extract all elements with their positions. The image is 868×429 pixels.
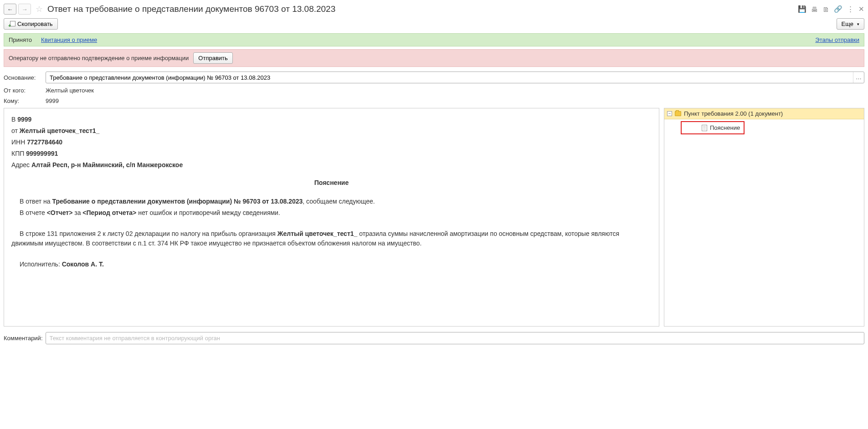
- document-title: Пояснение: [11, 178, 652, 188]
- basis-input[interactable]: [46, 74, 853, 81]
- basis-select-button[interactable]: …: [853, 72, 864, 83]
- send-button[interactable]: Отправить: [193, 52, 232, 64]
- receipt-link[interactable]: Квитанция о приеме: [41, 36, 97, 43]
- stages-link[interactable]: Этапы отправки: [815, 36, 859, 43]
- tree-item-explanation[interactable]: Пояснение: [681, 121, 745, 134]
- copy-button-label: Скопировать: [17, 20, 53, 27]
- comment-label: Комментарий:: [4, 335, 43, 342]
- comment-input[interactable]: [46, 332, 865, 344]
- title-actions: 💾 🖶 🗎 🔗 ⋮ ✕: [798, 5, 864, 13]
- more-vertical-icon[interactable]: ⋮: [847, 5, 854, 13]
- forward-button[interactable]: →: [18, 4, 31, 15]
- header-toolbar: ← → ☆ Ответ на требование о представлени…: [4, 4, 864, 15]
- from-value: Желтый цветочек: [46, 87, 94, 94]
- chevron-down-icon: ▾: [857, 22, 859, 26]
- document-icon: [702, 125, 707, 131]
- warning-text: Оператору не отправлено подтверждение о …: [9, 55, 189, 61]
- tree-folder[interactable]: − Пункт требования 2.00 (1 документ): [664, 108, 864, 119]
- copy-button[interactable]: Скопировать: [4, 18, 58, 30]
- arrow-right-icon: →: [22, 6, 28, 13]
- status-text: Принято: [9, 36, 32, 43]
- more-button[interactable]: Еще▾: [837, 18, 864, 30]
- link-icon[interactable]: 🔗: [834, 5, 842, 13]
- from-label: От кого:: [4, 87, 41, 94]
- folder-icon: [675, 111, 681, 116]
- tree-pane: − Пункт требования 2.00 (1 документ) Поя…: [664, 108, 864, 327]
- basis-label: Основание:: [4, 74, 41, 81]
- basis-input-wrap: …: [46, 72, 864, 83]
- save-icon[interactable]: 💾: [798, 5, 806, 13]
- to-label: Кому:: [4, 97, 41, 104]
- arrow-left-icon: ←: [7, 6, 13, 13]
- print-icon[interactable]: 🖶: [811, 5, 818, 13]
- copy-icon: [9, 21, 15, 27]
- page-title: Ответ на требование о представлении доку…: [47, 4, 796, 14]
- warning-bar: Оператору не отправлено подтверждение о …: [4, 49, 864, 67]
- collapse-icon[interactable]: −: [667, 111, 672, 116]
- favorite-star-icon[interactable]: ☆: [36, 4, 43, 14]
- document-preview: В 9999 от Желтый цветочек_тест1_ ИНН 772…: [4, 108, 659, 327]
- tree-item-label: Пояснение: [710, 124, 740, 131]
- back-button[interactable]: ←: [4, 4, 16, 15]
- more-button-label: Еще: [842, 20, 853, 27]
- tree-folder-label: Пункт требования 2.00 (1 документ): [684, 110, 783, 117]
- status-bar: Принято Квитанция о приеме Этапы отправк…: [4, 33, 864, 46]
- close-icon[interactable]: ✕: [858, 5, 864, 13]
- document-icon[interactable]: 🗎: [822, 5, 829, 13]
- to-value: 9999: [46, 97, 59, 104]
